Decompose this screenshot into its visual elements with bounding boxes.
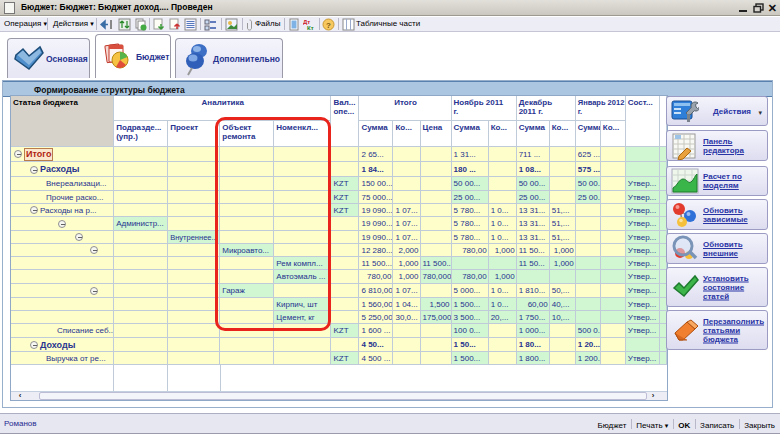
- svg-text:Кт: Кт: [307, 25, 314, 31]
- svg-text:?: ?: [326, 21, 331, 30]
